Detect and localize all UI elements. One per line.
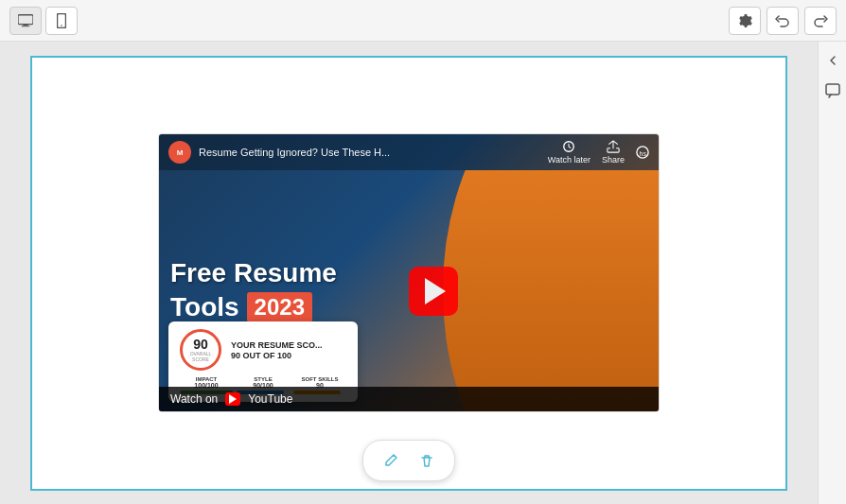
score-number: 90 — [193, 338, 208, 351]
score-circle: 90 OVARALL SCORE — [180, 329, 221, 371]
video-content: Free Resume Tools 2023 — [159, 170, 659, 411]
redo-button[interactable] — [804, 7, 837, 35]
play-icon — [425, 278, 446, 304]
watch-youtube-bar[interactable]: Watch on YouTube — [159, 387, 659, 411]
tools-line: Tools 2023 — [170, 292, 445, 322]
desktop-view-button[interactable] — [9, 7, 42, 35]
svg-rect-23 — [826, 84, 839, 95]
delete-button[interactable] — [413, 446, 441, 475]
undo-button[interactable] — [767, 7, 799, 35]
settings-button[interactable] — [729, 7, 761, 35]
chat-button[interactable] — [821, 79, 844, 102]
channel-icon: M — [168, 141, 191, 164]
score-title: YOUR RESUME SCO... — [231, 339, 323, 352]
score-header: 90 OVARALL SCORE YOUR RESUME SCO... 90 O… — [180, 329, 346, 371]
video-thumbnail: M Resume Getting Ignored? Use These H...… — [159, 134, 659, 411]
top-bar-actions — [729, 7, 837, 35]
youtube-logo — [225, 392, 240, 406]
video-actions: Watch later Share hs — [548, 140, 649, 165]
svg-point-4 — [61, 25, 62, 26]
video-title: Resume Getting Ignored? Use These H... — [199, 147, 540, 158]
play-button[interactable] — [409, 267, 458, 316]
watch-later-label: Watch later — [548, 155, 590, 165]
svg-rect-1 — [23, 24, 27, 26]
canvas-area: M Resume Getting Ignored? Use These H...… — [0, 42, 818, 504]
edit-button[interactable] — [377, 446, 405, 475]
video-topbar: M Resume Getting Ignored? Use These H...… — [159, 134, 659, 170]
top-bar — [0, 0, 846, 42]
share-label: Share — [602, 155, 625, 165]
svg-rect-0 — [18, 14, 33, 24]
canvas-page: M Resume Getting Ignored? Use These H...… — [30, 56, 787, 491]
mobile-view-button[interactable] — [45, 7, 78, 35]
hubspot-action: hs — [636, 146, 649, 159]
tools-text: Tools — [170, 292, 239, 322]
device-switcher — [9, 7, 78, 35]
channel-icon-letter: M — [177, 148, 184, 157]
youtube-label: YouTube — [248, 392, 292, 406]
svg-text:hs: hs — [640, 150, 647, 157]
score-text-group: YOUR RESUME SCO... 90 OUT OF 100 — [231, 339, 323, 361]
share-action: Share — [602, 140, 625, 165]
score-overall-label: OVARALL SCORE — [183, 351, 219, 362]
bottom-toolbar — [362, 440, 455, 481]
year-badge: 2023 — [247, 292, 312, 322]
video-embed[interactable]: M Resume Getting Ignored? Use These H...… — [158, 133, 660, 412]
watch-on-text: Watch on — [170, 392, 218, 406]
free-resume-text: Free Resume — [170, 259, 445, 288]
svg-rect-2 — [22, 26, 30, 26]
collapse-sidebar-button[interactable] — [821, 49, 844, 72]
youtube-play-icon — [229, 394, 237, 404]
watch-later-action: Watch later — [548, 140, 590, 165]
right-sidebar — [818, 42, 846, 504]
score-subtitle: 90 OUT OF 100 — [231, 351, 323, 360]
